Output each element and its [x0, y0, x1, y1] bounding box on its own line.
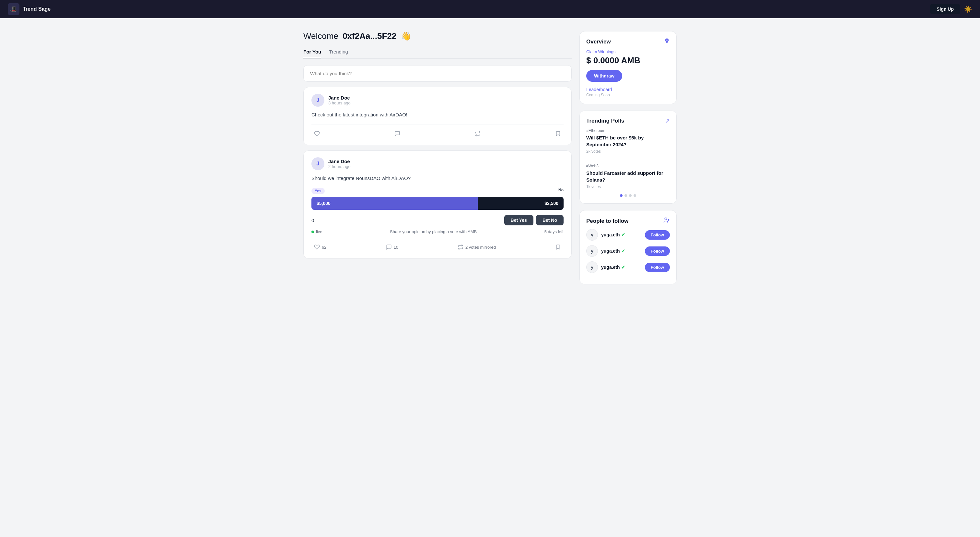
- avatar-1: J: [312, 94, 325, 107]
- comment-button-1[interactable]: [392, 129, 403, 139]
- follow-avatar-1: y: [586, 229, 598, 241]
- dot-3[interactable]: [629, 194, 632, 197]
- post-actions-1: [312, 124, 563, 139]
- poll-tag-2: #Web3: [586, 164, 670, 168]
- post-header-1: J Jane Doe 3 hours ago: [312, 94, 563, 107]
- svg-point-0: [665, 218, 667, 220]
- follow-item-3: y yuga.eth ✔ Follow: [586, 261, 670, 273]
- post-author-2: Jane Doe: [328, 159, 351, 164]
- follow-avatar-3: y: [586, 261, 598, 273]
- comment-count-2: 10: [394, 245, 398, 250]
- poll-footer: live Share your opinion by placing a vot…: [312, 229, 563, 234]
- poll-votes-2: 1k votes: [586, 185, 670, 189]
- trending-poll-1: #Ethereum Will $ETH be over $5k by Septe…: [586, 128, 670, 154]
- post-meta-2: Jane Doe 2 hours ago: [328, 159, 351, 169]
- bookmark-icon: [555, 131, 561, 137]
- bookmark-button-1[interactable]: [552, 129, 563, 139]
- poll-bar-yes[interactable]: $5,000: [312, 197, 478, 210]
- bet-yes-button[interactable]: Bet Yes: [504, 215, 533, 225]
- trending-icon: ↗: [665, 117, 670, 124]
- dot-2[interactable]: [625, 194, 627, 197]
- verified-icon-3: ✔: [621, 265, 625, 270]
- poll-yes-label: Yes: [312, 188, 325, 194]
- poll-question-2: Should Farcaster add support for Solana?: [586, 170, 670, 183]
- poll-share-text: Share your opinion by placing a vote wit…: [390, 229, 477, 234]
- follow-name-1: yuga.eth ✔: [601, 232, 625, 237]
- post-time-1: 3 hours ago: [328, 100, 351, 105]
- leaderboard-sub: Coming Soon: [586, 93, 670, 97]
- retweet-button-2[interactable]: 2 votes mirrored: [455, 242, 498, 252]
- follow-user-1: y yuga.eth ✔: [586, 229, 625, 241]
- verified-icon-2: ✔: [621, 249, 625, 253]
- overview-header: Overview: [586, 38, 670, 45]
- bookmark-icon-2: [555, 244, 561, 250]
- heart-icon-2: [314, 244, 320, 250]
- bookmark-button-2[interactable]: [552, 242, 563, 252]
- dot-1[interactable]: [620, 194, 622, 197]
- follow-name-3: yuga.eth ✔: [601, 265, 625, 270]
- poll-days-left: 5 days left: [544, 229, 563, 234]
- post-header-2: J Jane Doe 2 hours ago: [312, 157, 563, 170]
- follow-button-2[interactable]: Follow: [645, 247, 670, 256]
- post-meta-1: Jane Doe 3 hours ago: [328, 95, 351, 105]
- follow-avatar-2: y: [586, 245, 598, 257]
- signup-button[interactable]: Sign Up: [930, 4, 960, 14]
- heart-icon: [314, 131, 320, 137]
- main-container: Welcome 0xf2Aa...5F22 👋 For You Trending…: [296, 18, 684, 304]
- poll-votes-1: 2k votes: [586, 149, 670, 154]
- post-author-1: Jane Doe: [328, 95, 351, 100]
- header-right: Sign Up ☀️: [930, 4, 972, 14]
- claim-winnings-link[interactable]: Claim Winnings: [586, 49, 670, 54]
- tab-trending[interactable]: Trending: [329, 49, 348, 58]
- retweet-icon: [475, 131, 480, 137]
- retweet-icon-2: [458, 244, 463, 250]
- poll-bet-amount: 0: [312, 218, 314, 223]
- leaderboard-link[interactable]: Leaderboard: [586, 87, 670, 92]
- follow-user-3: y yuga.eth ✔: [586, 261, 625, 273]
- overview-title: Overview: [586, 38, 611, 45]
- post-input[interactable]: [303, 65, 572, 82]
- live-indicator: live: [312, 229, 323, 234]
- like-button-1[interactable]: [312, 129, 323, 139]
- page-title: Welcome 0xf2Aa...5F22 👋: [303, 31, 572, 41]
- post-actions-2: 62 10 2 votes mirrored: [312, 238, 563, 252]
- logo-container: 🎩 Trend Sage: [8, 3, 51, 15]
- mirrors-count-2: 2 votes mirrored: [465, 245, 496, 250]
- feed-column: Welcome 0xf2Aa...5F22 👋 For You Trending…: [303, 31, 572, 291]
- people-follow-title: People to follow: [586, 218, 628, 225]
- tab-for-you[interactable]: For You: [303, 49, 321, 58]
- trending-poll-2: #Web3 Should Farcaster add support for S…: [586, 164, 670, 189]
- like-button-2[interactable]: 62: [312, 242, 329, 252]
- verified-icon-1: ✔: [621, 232, 625, 237]
- theme-toggle-button[interactable]: ☀️: [964, 5, 972, 13]
- trending-polls-card: Trending Polls ↗ #Ethereum Will $ETH be …: [579, 111, 677, 204]
- poll-question-1: Will $ETH be over $5k by September 2024?: [586, 134, 670, 148]
- trending-polls-header: Trending Polls ↗: [586, 117, 670, 124]
- post-content-2: Should we integrate NounsDAO with AirDAO…: [312, 175, 563, 182]
- logo-icon: 🎩: [8, 3, 19, 15]
- poll-bet-buttons: Bet Yes Bet No: [504, 215, 563, 225]
- people-follow-header: People to follow: [586, 217, 670, 225]
- add-people-icon: [663, 217, 670, 225]
- post-card-2: J Jane Doe 2 hours ago Should we integra…: [303, 150, 572, 259]
- dot-4[interactable]: [633, 194, 636, 197]
- people-to-follow-card: People to follow y yuga.eth ✔: [579, 210, 677, 284]
- poll-bar: $5,000 $2,500: [312, 197, 563, 210]
- poll-bar-no[interactable]: $2,500: [478, 197, 563, 210]
- carousel-dots: [586, 194, 670, 197]
- comment-button-2[interactable]: 10: [383, 242, 401, 252]
- follow-button-1[interactable]: Follow: [645, 230, 670, 240]
- like-count-2: 62: [322, 245, 326, 250]
- avatar-2: J: [312, 157, 325, 170]
- follow-item-1: y yuga.eth ✔ Follow: [586, 229, 670, 241]
- poll-no-label: No: [558, 188, 563, 194]
- poll-options: Yes No: [312, 188, 563, 194]
- balance-display: $ 0.0000 AMB: [586, 56, 670, 65]
- withdraw-button[interactable]: Withdraw: [586, 70, 622, 82]
- trending-polls-title: Trending Polls: [586, 118, 624, 124]
- retweet-button-1[interactable]: [472, 129, 483, 139]
- follow-button-3[interactable]: Follow: [645, 263, 670, 272]
- bet-no-button[interactable]: Bet No: [536, 215, 563, 225]
- follow-user-2: y yuga.eth ✔: [586, 245, 625, 257]
- follow-name-2: yuga.eth ✔: [601, 249, 625, 253]
